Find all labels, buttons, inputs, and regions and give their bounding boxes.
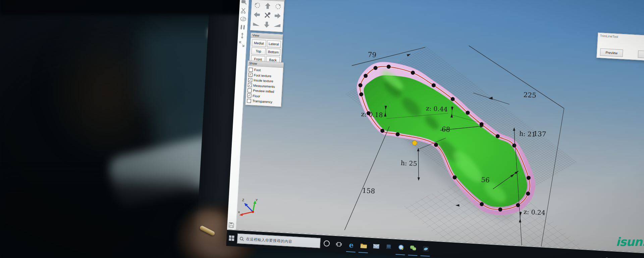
rotate-ccw-icon[interactable] <box>253 1 262 9</box>
checkbox-icon[interactable] <box>249 68 253 72</box>
select-tool-icon[interactable] <box>241 0 247 5</box>
monitor-screen: 79 225 137 158 68 56 h: 21 h: 25 z: 0.18… <box>226 0 644 258</box>
insole-3d-scene <box>236 0 644 253</box>
wechat-icon[interactable] <box>407 240 420 257</box>
show-item-label: Floor <box>253 94 260 98</box>
insoles-tool-icon[interactable] <box>239 24 246 30</box>
search-icon <box>239 237 244 241</box>
tilt-right-icon[interactable] <box>272 21 281 29</box>
preview-button[interactable]: Preview <box>600 48 623 57</box>
pan-left-icon[interactable] <box>252 10 261 19</box>
3d-viewport[interactable] <box>236 0 644 253</box>
ime-indicator[interactable]: 中 <box>626 252 635 258</box>
checkbox-icon[interactable]: ✓ <box>248 83 252 87</box>
axis-x-label: x <box>238 210 240 214</box>
rotate-cw-icon[interactable] <box>273 2 282 11</box>
qq-browser-icon[interactable] <box>394 239 408 256</box>
edge-icon[interactable]: e <box>345 237 358 253</box>
show-item-label: Transparency <box>252 99 272 104</box>
vertical-arrows-tool-icon[interactable] <box>239 33 246 39</box>
show-panel: Show Foot✓Foot texture✓Insole texture✓Me… <box>245 61 284 107</box>
show-item-label: Measurements <box>253 83 275 88</box>
view-bottom-button[interactable]: Bottom <box>266 48 281 56</box>
checkbox-icon[interactable]: ✓ <box>247 93 252 98</box>
chevron-up-icon[interactable] <box>597 251 605 258</box>
dim-h21: h: 21 <box>519 130 536 138</box>
checkbox-icon[interactable] <box>247 99 251 103</box>
checkbox-icon[interactable]: ✓ <box>248 78 253 82</box>
axis-y-label: Y <box>256 198 258 202</box>
show-checkbox-list: Foot✓Foot texture✓Insole texture✓Measure… <box>246 66 283 107</box>
taskbar-search-input[interactable]: 在這裡輸入你要搜尋的內容 <box>237 234 321 248</box>
view-lateral-button[interactable]: Lateral <box>267 40 281 48</box>
checkbox-icon[interactable] <box>248 88 252 92</box>
dim-68: 68 <box>441 125 450 133</box>
dim-225: 225 <box>523 91 536 100</box>
ok-button[interactable]: OK <box>638 50 644 59</box>
show-item-label: Preview milled <box>253 89 274 94</box>
axis-triad: x Y Z <box>237 197 260 217</box>
laptop-icon[interactable] <box>382 239 395 255</box>
dim-158: 158 <box>362 186 375 195</box>
dim-h25: h: 25 <box>400 159 417 168</box>
show-item-label: Foot texture <box>254 73 271 78</box>
scissors-tool-icon[interactable] <box>240 7 247 14</box>
isun-watermark: isun3 <box>616 235 644 252</box>
tray-folder-icon[interactable] <box>604 251 613 258</box>
dim-z024: z: 0.24 <box>524 208 546 216</box>
tools-icon[interactable] <box>263 11 272 19</box>
axis-z-label: Z <box>242 198 245 202</box>
material-tool-icon[interactable] <box>240 16 247 22</box>
navigation-pad-panel <box>250 0 285 32</box>
show-item-label: Insole texture <box>254 78 273 83</box>
dim-z044: z: 0.44 <box>426 104 448 113</box>
search-placeholder: 在這裡輸入你要搜尋的內容 <box>246 237 292 244</box>
view-top-button[interactable]: Top <box>251 47 266 55</box>
dim-z018: z: 0.18 <box>361 110 383 119</box>
file-explorer-icon[interactable] <box>357 237 371 254</box>
start-button[interactable] <box>226 230 237 247</box>
view-medial-button[interactable]: Medial <box>252 39 266 47</box>
volume-muted-icon[interactable] <box>619 252 628 258</box>
pan-up-icon[interactable] <box>263 2 272 10</box>
trimlinetool-dialog: TrimLineTool Preview OK <box>596 33 644 61</box>
expand-tool-icon[interactable] <box>238 41 245 47</box>
save-tool-icon[interactable] <box>228 222 234 228</box>
active-control-point[interactable] <box>412 140 417 145</box>
photos-app-icon[interactable] <box>419 241 432 257</box>
dim-79: 79 <box>368 51 377 59</box>
foreground-shadow <box>0 181 201 258</box>
dim-56: 56 <box>481 176 490 184</box>
checkbox-icon[interactable]: ✓ <box>248 73 253 77</box>
task-view-icon[interactable] <box>332 236 346 253</box>
show-item-label: Foot <box>254 68 261 72</box>
pan-right-icon[interactable] <box>273 12 282 20</box>
pan-down-icon[interactable] <box>262 20 271 29</box>
cortana-icon[interactable] <box>320 235 333 252</box>
mail-icon[interactable] <box>369 238 383 255</box>
network-icon[interactable] <box>612 251 620 258</box>
tilt-left-icon[interactable] <box>252 20 261 28</box>
